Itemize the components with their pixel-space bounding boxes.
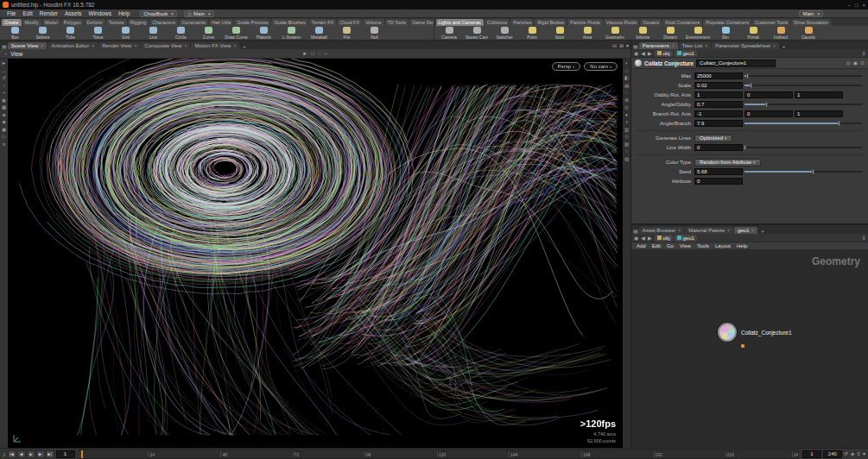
render-region-icon[interactable]: ▣ bbox=[2, 128, 6, 133]
display-options-icon[interactable]: ▨ bbox=[624, 157, 629, 162]
shelf-tool[interactable]: Indirect bbox=[768, 27, 795, 39]
path-segment[interactable]: obj bbox=[655, 235, 673, 242]
path-segment[interactable]: geo1 bbox=[675, 235, 697, 242]
camera-pill[interactable]: Persp bbox=[552, 62, 581, 71]
network-menu-item[interactable]: Edit bbox=[649, 243, 663, 248]
pane-menu-icon[interactable]: ▾ bbox=[626, 43, 629, 48]
realtime-icon[interactable]: ◈ bbox=[851, 451, 855, 456]
network-menu-item[interactable]: Layout bbox=[713, 243, 733, 248]
wireframe-icon[interactable]: □ bbox=[625, 69, 628, 74]
snap-icon[interactable]: ◉ bbox=[2, 98, 6, 104]
range-end-field[interactable]: 240 bbox=[823, 450, 842, 458]
shelf-tool[interactable]: Tube bbox=[57, 27, 84, 39]
jump-end-button[interactable]: ▶| bbox=[46, 450, 54, 458]
param-menu-generate-lines[interactable]: Optimized bbox=[694, 135, 732, 142]
param-slider[interactable] bbox=[744, 101, 864, 108]
shelf-tool[interactable]: Sky bbox=[713, 27, 739, 39]
desktop-dropdown[interactable]: Main bbox=[799, 10, 823, 17]
scale-icon[interactable]: ↕ bbox=[3, 84, 5, 89]
radial-menu-dropdown[interactable]: ◎Main bbox=[184, 10, 214, 17]
pane-tab[interactable]: Composite View bbox=[141, 42, 190, 49]
jump-start-button[interactable]: |◀ bbox=[8, 450, 16, 458]
shelf-tab[interactable]: Terrain FX bbox=[309, 19, 336, 26]
pin-icon[interactable]: ◉ bbox=[853, 60, 858, 66]
menu-item[interactable]: Edit bbox=[19, 10, 35, 16]
pin-icon[interactable]: ◉ bbox=[634, 236, 638, 241]
shelf-tool[interactable]: Geometry bbox=[602, 27, 629, 39]
points-icon[interactable]: ∴ bbox=[625, 91, 629, 96]
minimize-button[interactable]: – bbox=[848, 3, 851, 8]
node-name-field[interactable]: Collatz_Conjecture1 bbox=[696, 60, 776, 67]
shelf-tool[interactable]: Draw Curve bbox=[223, 27, 250, 39]
path-segment[interactable]: obj bbox=[655, 50, 673, 57]
close-button[interactable]: × bbox=[862, 3, 865, 8]
grid-snap-icon[interactable]: ▦ bbox=[2, 105, 6, 110]
key-icon[interactable]: ◆ bbox=[2, 120, 5, 125]
param-field[interactable]: 0 bbox=[694, 178, 743, 185]
select-arrow-icon[interactable]: ► bbox=[302, 51, 307, 56]
gear-icon[interactable]: ⊙ bbox=[860, 60, 865, 66]
menu-item[interactable]: Assets bbox=[61, 10, 86, 16]
material-icon[interactable]: ▤ bbox=[624, 84, 629, 89]
pane-tab[interactable]: Motion FX View bbox=[191, 42, 239, 49]
param-field[interactable]: 0 bbox=[744, 91, 793, 98]
pane-tab[interactable]: geo1 bbox=[734, 227, 757, 234]
playhead[interactable] bbox=[81, 450, 83, 458]
shelf-tool[interactable]: Line bbox=[140, 27, 167, 39]
grid-icon[interactable]: ⊞ bbox=[624, 98, 629, 104]
shelf-tab[interactable]: Viscous Fluids bbox=[604, 19, 639, 26]
shelf-tab[interactable]: Create bbox=[2, 19, 22, 26]
timeline[interactable]: 124487296120144168192216240 bbox=[79, 450, 799, 459]
shelf-tab[interactable]: Drive Simulation bbox=[791, 19, 831, 26]
camera-pill[interactable]: No cam bbox=[584, 62, 618, 71]
shelf-tool[interactable]: Volume bbox=[630, 27, 656, 39]
shelfset-dropdown[interactable]: ChopBook bbox=[140, 10, 177, 17]
box-select-icon[interactable]: □ bbox=[311, 51, 314, 56]
forward-icon[interactable]: ▶ bbox=[648, 51, 652, 56]
shelf-tab[interactable]: Populate Containers bbox=[703, 19, 751, 26]
normals-icon[interactable]: ◑ bbox=[625, 120, 628, 125]
range-start-field[interactable]: 1 bbox=[802, 450, 821, 458]
translate-icon[interactable]: ↔ bbox=[2, 69, 7, 74]
shelf-tool[interactable]: Distant bbox=[657, 27, 684, 39]
node-preview-icon[interactable] bbox=[718, 323, 737, 342]
param-field[interactable]: 5.68 bbox=[694, 168, 743, 175]
shelf-tool[interactable]: Sphere bbox=[29, 27, 56, 39]
shelf-tool[interactable]: Null bbox=[361, 27, 388, 39]
param-field[interactable]: 1 bbox=[795, 91, 843, 98]
shelf-tab[interactable]: Guide Brushes bbox=[271, 19, 307, 26]
background-icon[interactable]: ○ bbox=[625, 149, 628, 154]
shelf-tab[interactable]: Collisions bbox=[485, 19, 510, 26]
shelf-tab[interactable]: Cloud FX bbox=[337, 19, 362, 26]
param-field[interactable]: 0 bbox=[694, 144, 743, 151]
menu-item[interactable]: Windows bbox=[86, 10, 115, 16]
pin-icon[interactable]: ◉ bbox=[634, 51, 638, 56]
shelf-tab[interactable]: Customer Tools bbox=[752, 19, 790, 26]
shelf-tab[interactable]: Rigid Bodies bbox=[535, 19, 567, 26]
shelf-tab[interactable]: Lights and Cameras bbox=[436, 19, 484, 26]
shelf-tab[interactable]: Guide Process bbox=[234, 19, 270, 26]
handle-icon[interactable]: ◇ bbox=[624, 135, 628, 140]
shelf-tool[interactable]: Spot bbox=[547, 27, 573, 39]
param-menu-color-type[interactable]: Random from Attribute bbox=[694, 159, 761, 167]
menu-item[interactable]: Render bbox=[36, 10, 61, 16]
shelf-tab[interactable]: Constraints bbox=[179, 19, 208, 26]
brush-select-icon[interactable]: ~ bbox=[324, 51, 327, 56]
shelf-tool[interactable]: Platonic bbox=[250, 27, 277, 39]
shelf-tab[interactable]: Rigging bbox=[128, 19, 149, 26]
shelf-tab[interactable]: Hair Utils bbox=[209, 19, 233, 26]
param-field[interactable]: -1 bbox=[694, 110, 743, 117]
volume-icon[interactable]: ▧ bbox=[624, 142, 629, 148]
current-frame-field[interactable]: 1 bbox=[56, 450, 75, 458]
shelf-tab[interactable]: Deform bbox=[85, 19, 105, 26]
global-range-icon[interactable]: ▾ bbox=[863, 451, 865, 456]
shelf-tab[interactable]: Modify bbox=[22, 19, 41, 26]
viewport-canvas[interactable] bbox=[8, 59, 623, 448]
playbar-options-icon[interactable]: ≡ bbox=[857, 451, 860, 456]
pane-tab[interactable]: Render View bbox=[98, 42, 140, 49]
maximize-button[interactable]: □ bbox=[855, 3, 858, 8]
network-menu-item[interactable]: View bbox=[677, 243, 694, 248]
search-icon[interactable]: ◎ bbox=[846, 60, 850, 66]
shelf-tool[interactable]: Metaball bbox=[306, 27, 333, 39]
network-menu-item[interactable]: Tools bbox=[694, 243, 712, 248]
